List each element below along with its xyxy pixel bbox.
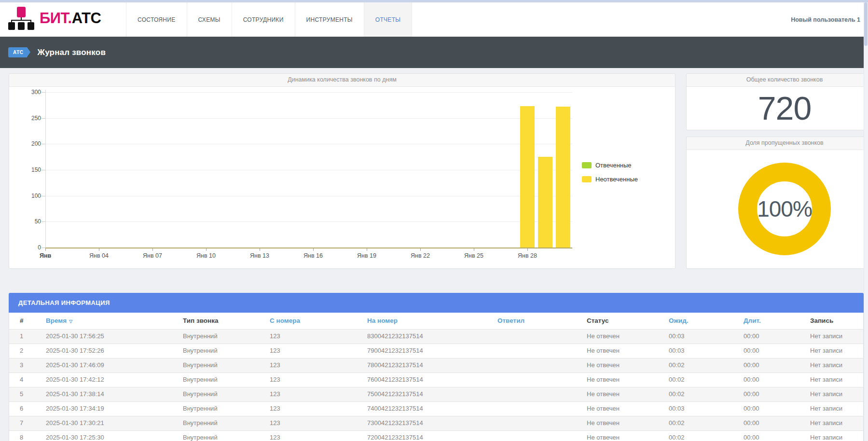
y-axis-label: 250 xyxy=(20,115,41,122)
table-cell xyxy=(497,373,587,387)
org-chart-icon xyxy=(8,7,35,30)
legend-swatch xyxy=(582,162,592,168)
user-menu[interactable]: Новый пользователь 1 xyxy=(791,2,860,37)
x-tick xyxy=(99,248,99,251)
table-cell: Внутренний xyxy=(183,330,270,344)
total-calls-value: 720 xyxy=(687,86,868,130)
bar-Янв 30-Неотвеченные[interactable] xyxy=(556,107,570,248)
table-cell: 3 xyxy=(9,358,46,372)
column-header-С номера[interactable]: С номера xyxy=(270,313,367,329)
y-tick-200 xyxy=(41,144,45,144)
tab-состояние[interactable]: СОСТОЯНИЕ xyxy=(126,2,187,37)
x-axis-label: Янв 25 xyxy=(464,252,483,259)
table-cell: Нет записи xyxy=(810,416,863,430)
x-axis-label: Янв 10 xyxy=(196,252,216,259)
missed-share-card: Доля пропущенных звонков 100% xyxy=(686,137,868,269)
tab-сотрудники[interactable]: СОТРУДНИКИ xyxy=(232,2,295,37)
column-header-Тип звонка: Тип звонка xyxy=(183,313,270,329)
table-cell: 7500421232137514 xyxy=(367,387,497,401)
app-logo[interactable]: БИТ.АТС xyxy=(8,7,101,30)
table-cell xyxy=(497,344,587,358)
legend-item-Отвеченные[interactable]: Отвеченные xyxy=(582,162,638,169)
column-header-num: # xyxy=(9,313,46,329)
table-cell: 2025-01-30 17:56:25 xyxy=(46,330,183,344)
table-cell: 7600421232137514 xyxy=(367,373,497,387)
table-row: 12025-01-30 17:56:25Внутренний1238300421… xyxy=(9,329,863,344)
gridline-250 xyxy=(45,118,572,119)
table-cell: 2025-01-30 17:25:30 xyxy=(46,431,183,441)
table-cell: 1 xyxy=(9,330,46,344)
gridline-150 xyxy=(45,170,572,170)
table-cell: 00:00 xyxy=(744,373,810,387)
app-window: БИТ.АТС СОСТОЯНИЕСХЕМЫСОТРУДНИКИИНСТРУМЕ… xyxy=(0,0,868,441)
tab-инструменты[interactable]: ИНСТРУМЕНТЫ xyxy=(295,2,364,37)
table-cell: 2025-01-30 17:34:19 xyxy=(46,402,183,416)
table-cell: 00:03 xyxy=(669,330,744,344)
scrollbar-thumb[interactable] xyxy=(864,2,868,46)
table-cell: Нет записи xyxy=(810,387,863,401)
column-header-Ожидnum[interactable]: Ожид. xyxy=(669,313,744,329)
y-tick-0 xyxy=(41,248,45,248)
table-cell xyxy=(497,330,587,344)
detail-section-header: ДЕТАЛЬНАЯ ИНФОРМАЦИЯ xyxy=(9,293,864,313)
table-cell: Нет записи xyxy=(810,431,863,441)
table-cell: Внутренний xyxy=(183,402,270,416)
brand-title: БИТ.АТС xyxy=(40,7,101,30)
missed-share-donut: 100% xyxy=(738,163,831,255)
x-tick xyxy=(420,248,421,251)
y-tick-300 xyxy=(41,92,45,93)
main-nav: СОСТОЯНИЕСХЕМЫСОТРУДНИКИИНСТРУМЕНТЫОТЧЕТ… xyxy=(126,2,412,37)
x-tick xyxy=(45,248,46,251)
column-header-Время[interactable]: Время▽ xyxy=(46,313,183,329)
gridline-300 xyxy=(45,92,572,93)
table-row: 52025-01-30 17:38:14Внутренний1237500421… xyxy=(9,387,863,401)
column-header-Длитnum[interactable]: Длит. xyxy=(744,313,810,329)
x-tick xyxy=(527,248,528,251)
column-header-Ответил[interactable]: Ответил xyxy=(497,313,587,329)
x-tick xyxy=(152,248,153,251)
bar-Янв 28-Неотвеченные[interactable] xyxy=(520,106,535,248)
x-axis-label: Янв 13 xyxy=(250,252,269,259)
table-cell: Нет записи xyxy=(810,358,863,372)
x-tick xyxy=(474,248,474,251)
tab-отчеты[interactable]: ОТЧЕТЫ xyxy=(364,2,412,37)
y-axis-label: 0 xyxy=(20,244,41,251)
table-cell: Внутренний xyxy=(183,387,270,401)
x-axis-label: Янв 04 xyxy=(89,252,109,259)
column-header-На номер[interactable]: На номер xyxy=(367,313,497,329)
table-cell: 00:02 xyxy=(669,358,744,372)
page-title: Журнал звонков xyxy=(38,48,106,57)
table-cell: Не отвечен xyxy=(587,387,669,401)
column-header-Запись: Запись xyxy=(810,313,863,329)
vertical-scrollbar[interactable] xyxy=(864,0,868,441)
tab-схемы[interactable]: СХЕМЫ xyxy=(187,2,232,37)
gridline-100 xyxy=(45,196,572,196)
y-tick-50 xyxy=(41,221,45,222)
breadcrumb: АТС Журнал звонков xyxy=(0,37,868,68)
table-cell: 123 xyxy=(270,358,367,372)
table-cell: Не отвечен xyxy=(587,416,669,430)
calls-table: 12025-01-30 17:56:25Внутренний1238300421… xyxy=(9,329,864,441)
table-cell: 00:02 xyxy=(669,416,744,430)
table-cell: 2025-01-30 17:42:12 xyxy=(46,373,183,387)
table-cell: 4 xyxy=(9,373,46,387)
table-cell: 123 xyxy=(270,387,367,401)
y-axis-label: 150 xyxy=(20,166,41,173)
table-cell: 2025-01-30 17:52:26 xyxy=(46,344,183,358)
table-cell: 2025-01-30 17:46:09 xyxy=(46,358,183,372)
table-cell: 00:02 xyxy=(669,373,744,387)
bar-Янв 29-Неотвеченные[interactable] xyxy=(538,157,552,248)
x-axis-label: Янв xyxy=(40,252,51,259)
total-calls-title: Общее количество звонков xyxy=(687,74,868,87)
table-cell: 00:00 xyxy=(744,344,810,358)
top-accent-strip xyxy=(0,0,868,2)
table-cell: 00:00 xyxy=(744,431,810,441)
chart-legend: ОтвеченныеНеотвеченные xyxy=(582,162,638,190)
table-cell: Внутренний xyxy=(183,431,270,441)
missed-share-title: Доля пропущенных звонков xyxy=(687,137,868,150)
table-cell: 123 xyxy=(270,431,367,441)
gridline-50 xyxy=(45,221,572,222)
legend-item-Неотвеченные[interactable]: Неотвеченные xyxy=(582,176,638,183)
table-cell: 2025-01-30 17:30:21 xyxy=(46,416,183,430)
table-cell: 8 xyxy=(9,431,46,441)
